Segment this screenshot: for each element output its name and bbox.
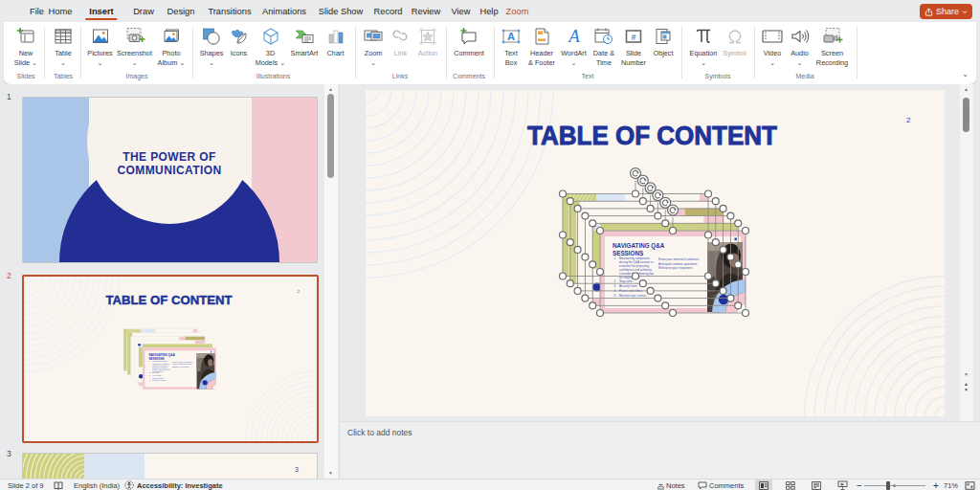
svg-text:COMMUNICATION: COMMUNICATION [118,164,222,177]
svg-text:3: 3 [295,466,299,473]
svg-text:THE POWER OF: THE POWER OF [122,150,215,164]
svg-text:A: A [507,31,515,42]
svg-text:A: A [567,27,580,46]
svg-text:#: # [631,33,635,42]
